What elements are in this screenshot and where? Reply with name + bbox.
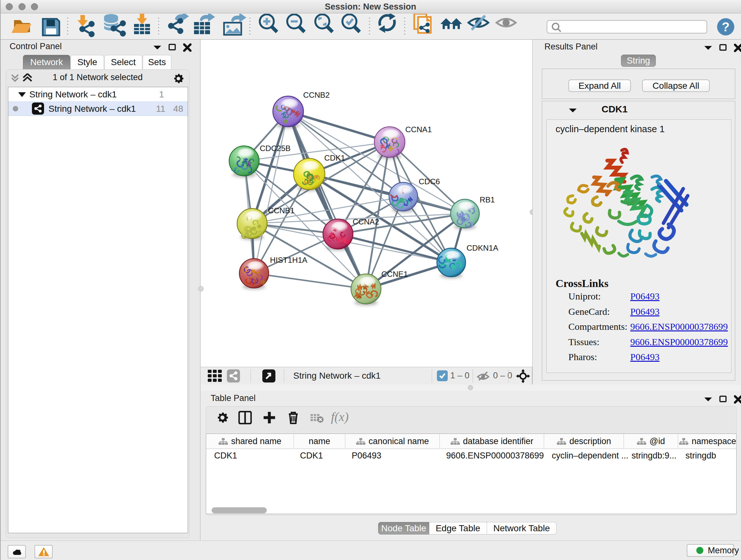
svg-text:CDC25B: CDC25B xyxy=(260,144,291,152)
svg-text:CCNB1: CCNB1 xyxy=(268,206,294,215)
svg-text:CCNA1: CCNA1 xyxy=(405,125,432,134)
svg-text:CDKN1A: CDKN1A xyxy=(467,244,498,252)
svg-text:CCNE1: CCNE1 xyxy=(381,270,408,278)
svg-text:CCNB2: CCNB2 xyxy=(303,91,330,99)
svg-text:HIST1H1A: HIST1H1A xyxy=(270,256,308,264)
svg-text:CDC6: CDC6 xyxy=(419,177,440,186)
svg-text:CDK1: CDK1 xyxy=(324,153,345,162)
svg-text:?: ? xyxy=(722,20,730,34)
svg-text:RB1: RB1 xyxy=(480,195,495,204)
svg-text:CCNA2: CCNA2 xyxy=(353,217,379,226)
